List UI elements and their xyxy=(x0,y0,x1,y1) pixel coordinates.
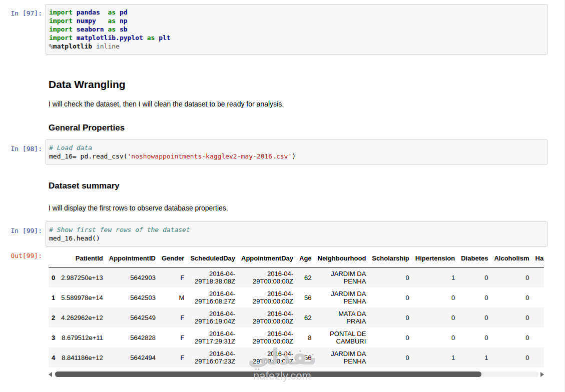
code-token: med_16.head() xyxy=(49,234,100,242)
heading-dataset-summary: Dataset summary xyxy=(49,180,544,191)
table-cell: 0 xyxy=(369,308,412,328)
code-editor-98[interactable]: # Load datamed_16= pd.read_csv('noshowap… xyxy=(46,140,547,164)
code-editor-99[interactable]: # Show first few rows of the datasetmed_… xyxy=(46,222,547,246)
code-token: as xyxy=(108,8,116,16)
code-token: inline xyxy=(92,42,120,50)
table-cell: 0 xyxy=(369,328,412,348)
table-cell: 5642828 xyxy=(106,328,159,348)
input-prompt-98: In [98]: xyxy=(0,140,46,153)
code-token xyxy=(73,17,77,24)
table-cell: 0 xyxy=(458,268,491,288)
code-token xyxy=(116,8,120,16)
horizontal-scrollbar[interactable] xyxy=(49,371,544,378)
table-row: 48.841186e+125642494F2016-04-29T16:07:23… xyxy=(49,348,544,368)
table-cell: 0 xyxy=(491,308,532,328)
row-index: 3 xyxy=(49,328,58,348)
table-cell: MATA DA PRAIA xyxy=(315,308,369,328)
table-row: 15.589978e+145642503M2016-04-29T16:08:27… xyxy=(49,288,544,308)
column-header: Diabetes xyxy=(458,250,491,268)
table-cell: F xyxy=(159,328,188,348)
code-line: import seaborn as sb xyxy=(49,25,544,34)
table-cell: 2016-04-29T17:29:31Z xyxy=(187,328,238,348)
row-index: 0 xyxy=(49,268,58,288)
code-token xyxy=(116,17,120,24)
table-cell: 0 xyxy=(412,288,458,308)
table-cell: F xyxy=(159,308,188,328)
table-row: 24.262962e+125642549F2016-04-29T16:19:04… xyxy=(49,308,544,328)
table-cell: F xyxy=(159,348,188,368)
table-cell: 2016-04-29T16:19:04Z xyxy=(187,308,238,328)
code-token: med_16= pd.read_csv( xyxy=(49,152,128,160)
table-cell: 5642494 xyxy=(106,348,159,368)
row-index: 1 xyxy=(49,288,58,308)
output-cell-99: Out[99]: PatientIdAppointmentIDGenderSch… xyxy=(0,250,564,378)
table-cell: 0 xyxy=(369,348,412,368)
code-token: as xyxy=(147,34,155,42)
code-token: % xyxy=(49,42,53,50)
code-token: sb xyxy=(120,26,128,33)
table-cell: 2016-04-29T00:00:00Z xyxy=(238,288,296,308)
table-cell: F xyxy=(159,268,188,288)
table-cell: 1 xyxy=(412,268,458,288)
scrollbar-track[interactable] xyxy=(54,372,538,377)
output-area: PatientIdAppointmentIDGenderScheduledDay… xyxy=(46,250,544,378)
table-cell: 2016-04-29T00:00:00Z xyxy=(238,348,296,368)
table-cell: 56 xyxy=(296,348,315,368)
code-token: matplotlib xyxy=(53,42,92,50)
table-cell: 0 xyxy=(491,288,532,308)
index-header xyxy=(49,250,58,268)
table-cell: 56 xyxy=(296,288,315,308)
scroll-right-arrow-icon[interactable] xyxy=(540,372,544,377)
column-header: Gender xyxy=(159,250,188,268)
code-token: 'noshowappointments-kagglev2-may-2016.cs… xyxy=(128,152,292,160)
code-token: pd xyxy=(120,8,128,16)
table-cell: 1 xyxy=(458,348,491,368)
column-header: ScheduledDay xyxy=(187,250,238,268)
code-editor-97[interactable]: import pandas as pdimport numpy as npimp… xyxy=(46,4,547,54)
table-row: 38.679512e+115642828F2016-04-29T17:29:31… xyxy=(49,328,544,348)
table-cell: 0 xyxy=(458,328,491,348)
table-cell: 8 xyxy=(296,328,315,348)
table-cell: 0 xyxy=(491,348,532,368)
row-index: 2 xyxy=(49,308,58,328)
table-cell: 2016-04-29T16:07:23Z xyxy=(187,348,238,368)
table-cell: 8.679512e+11 xyxy=(58,328,106,348)
table-cell: 8.841186e+12 xyxy=(58,348,106,368)
table-cell: 0 xyxy=(532,268,544,288)
column-header: PatientId xyxy=(58,250,106,268)
code-token: # Load data xyxy=(49,144,92,152)
column-header: Handcap xyxy=(532,250,544,268)
column-header: Scholarship xyxy=(369,250,412,268)
column-header: Hipertension xyxy=(412,250,458,268)
table-cell: 0 xyxy=(532,328,544,348)
table-cell: 0 xyxy=(369,268,412,288)
table-cell: 4.262962e+12 xyxy=(58,308,106,328)
code-token xyxy=(100,8,108,16)
row-index: 4 xyxy=(49,348,58,368)
code-token: numpy xyxy=(77,17,96,24)
table-cell: 1 xyxy=(412,348,458,368)
table-cell: 5642503 xyxy=(106,288,159,308)
dataframe-container: PatientIdAppointmentIDGenderScheduledDay… xyxy=(46,250,544,368)
paragraph-wrangling: I will check the dataset, then I will cl… xyxy=(49,100,544,108)
code-token: seaborn xyxy=(77,26,104,33)
table-cell: 2016-04-29T00:00:00Z xyxy=(238,268,296,288)
table-cell: 5642903 xyxy=(106,268,159,288)
table-cell: 0 xyxy=(491,268,532,288)
code-cell-99: In [99]: # Show first few rows of the da… xyxy=(0,222,564,246)
table-cell: 5.589978e+14 xyxy=(58,288,106,308)
scroll-left-arrow-icon[interactable] xyxy=(49,372,52,377)
code-token xyxy=(73,26,77,33)
heading-general-properties: General Properties xyxy=(49,122,544,133)
input-prompt-99: In [99]: xyxy=(0,222,46,235)
code-token xyxy=(73,8,77,16)
table-cell: 2016-04-29T00:00:00Z xyxy=(238,308,296,328)
column-header: AppointmentID xyxy=(106,250,159,268)
code-token: matplotlib.pyplot xyxy=(77,34,143,42)
table-cell: PONTAL DE CAMBURI xyxy=(315,328,369,348)
code-token: import xyxy=(49,26,73,33)
table-cell: 2016-04-29T18:38:08Z xyxy=(187,268,238,288)
markdown-section-wrangling: Data Wrangling I will check the dataset,… xyxy=(49,78,544,133)
scrollbar-thumb[interactable] xyxy=(55,372,481,377)
code-token: import xyxy=(49,17,73,24)
